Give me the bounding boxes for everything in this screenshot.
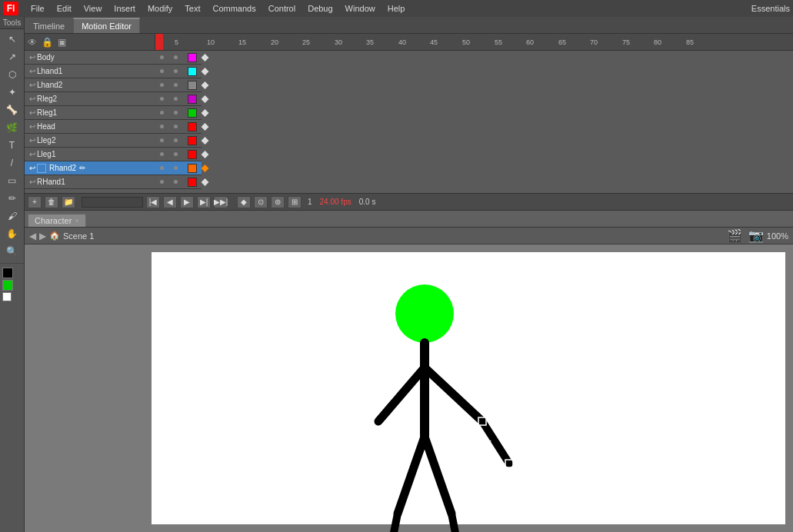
hand-tool[interactable]: ✋ bbox=[3, 226, 22, 241]
text-tool[interactable]: T bbox=[3, 138, 22, 153]
delete-layer-btn[interactable]: 🗑 bbox=[45, 196, 58, 208]
polystar-tool[interactable]: ✦ bbox=[3, 85, 22, 100]
add-layer-btn[interactable]: + bbox=[28, 196, 42, 208]
layer-head-frames[interactable] bbox=[202, 120, 793, 134]
layer-rleg1[interactable]: ↩ Rleg1 bbox=[25, 106, 793, 120]
home-icon[interactable]: 🏠 bbox=[49, 231, 60, 241]
layer-rleg2[interactable]: ↩ Rleg2 bbox=[25, 92, 793, 106]
layer-rleg2-frames[interactable] bbox=[202, 92, 793, 106]
layer-lleg1[interactable]: ↩ Lleg1 bbox=[25, 148, 793, 161]
layer-motion-tween-icon bbox=[37, 164, 46, 173]
menu-commands[interactable]: Commands bbox=[209, 2, 258, 15]
add-folder-btn[interactable]: 📁 bbox=[62, 196, 75, 208]
menu-view[interactable]: View bbox=[81, 2, 105, 15]
layer-body-frames[interactable] bbox=[202, 51, 793, 65]
layer-lhand2-frames[interactable] bbox=[202, 78, 793, 92]
fill-color[interactable] bbox=[2, 280, 13, 291]
layer-rleg1-frames[interactable] bbox=[202, 106, 793, 120]
edit-multiple-btn[interactable]: ⊞ bbox=[288, 196, 302, 208]
keyframe bbox=[202, 165, 209, 172]
scrub-bar[interactable] bbox=[82, 197, 143, 208]
layer-lhand2[interactable]: ↩ Lhand2 bbox=[25, 78, 793, 92]
right-panel: Timeline Motion Editor 👁 🔒 ▣ 5 10 bbox=[25, 17, 793, 532]
tools-panel: Tools ↖ ↗ ⬡ ✦ 🦴 🌿 T / ▭ ✏ 🖌 ✋ 🔍 ⊘ bbox=[0, 17, 25, 532]
last-frame-btn[interactable]: ▶▶| bbox=[214, 196, 228, 208]
tools-header: Tools bbox=[0, 17, 24, 29]
bone-tool[interactable]: 🦴 bbox=[3, 102, 22, 118]
first-frame-btn[interactable]: |◀ bbox=[146, 196, 160, 208]
layer-body[interactable]: ↩ Body bbox=[25, 51, 793, 65]
app-logo: Fl bbox=[3, 2, 18, 15]
stickfigure-svg: ✛ bbox=[367, 275, 598, 532]
play-btn[interactable]: ▶ bbox=[180, 196, 194, 208]
layer-color bbox=[188, 122, 197, 131]
layer-lleg1-frames[interactable] bbox=[202, 148, 793, 161]
playhead-marker[interactable] bbox=[155, 34, 163, 50]
menu-debug[interactable]: Debug bbox=[305, 2, 335, 15]
layer-type-icon: ↩ bbox=[29, 95, 35, 103]
canvas-tab-character[interactable]: Character × bbox=[28, 214, 86, 227]
scene-label[interactable]: Scene 1 bbox=[63, 231, 94, 241]
rect-tool[interactable]: ▭ bbox=[3, 173, 22, 188]
menu-edit[interactable]: Edit bbox=[54, 2, 75, 15]
onion-skin-btn[interactable]: ⊙ bbox=[254, 196, 268, 208]
pencil-icon: ✏ bbox=[79, 164, 85, 172]
layer-rhand2-frames[interactable] bbox=[202, 161, 793, 175]
outline-icon[interactable]: ▣ bbox=[58, 37, 66, 48]
line-tool[interactable]: / bbox=[3, 155, 22, 171]
zoom-tool[interactable]: 🔍 bbox=[3, 244, 22, 259]
layer-dot2 bbox=[174, 111, 178, 115]
select-tool[interactable]: ↖ bbox=[3, 32, 22, 47]
menu-control[interactable]: Control bbox=[265, 2, 298, 15]
camera-icon[interactable]: 📷 bbox=[748, 228, 764, 243]
layer-dot2 bbox=[174, 83, 178, 87]
canvas-tab-close[interactable]: × bbox=[75, 217, 78, 224]
menu-window[interactable]: Window bbox=[342, 2, 378, 15]
subselect-tool[interactable]: ↗ bbox=[3, 49, 22, 65]
layer-head[interactable]: ↩ Head bbox=[25, 120, 793, 134]
layer-lleg2-label: Lleg2 bbox=[37, 136, 55, 145]
tab-timeline[interactable]: Timeline bbox=[25, 18, 73, 33]
prev-frame-btn[interactable]: ◀ bbox=[163, 196, 177, 208]
stroke-color[interactable] bbox=[2, 268, 13, 278]
add-keyframe-btn[interactable]: ◆ bbox=[237, 196, 251, 208]
lasso-tool[interactable]: ⬡ bbox=[3, 67, 22, 82]
menu-insert[interactable]: Insert bbox=[111, 2, 138, 15]
pencil-tool[interactable]: ✏ bbox=[3, 191, 22, 206]
layer-header-controls: 👁 🔒 ▣ bbox=[25, 34, 155, 50]
layer-lleg2-frames[interactable] bbox=[202, 134, 793, 148]
menu-modify[interactable]: Modify bbox=[145, 2, 175, 15]
onion-skin-outlines-btn[interactable]: ⊚ bbox=[271, 196, 285, 208]
menu-bar: Fl File Edit View Insert Modify Text Com… bbox=[0, 0, 793, 17]
layer-rhand1[interactable]: ↩ RHand1 bbox=[25, 175, 793, 189]
stage-canvas[interactable]: ✛ bbox=[152, 252, 785, 524]
zoom-label[interactable]: 100% bbox=[767, 231, 788, 241]
eye-icon[interactable]: 👁 bbox=[28, 37, 37, 48]
layer-dot bbox=[160, 125, 164, 128]
breadcrumb-back[interactable]: ◀ bbox=[29, 231, 36, 241]
layer-lleg2[interactable]: ↩ Lleg2 bbox=[25, 134, 793, 148]
layer-lhand1[interactable]: ↩ Lhand1 bbox=[25, 65, 793, 78]
layer-type-icon: ↩ bbox=[29, 136, 35, 145]
layer-lhand1-frames[interactable] bbox=[202, 65, 793, 78]
ruler-35: 35 bbox=[366, 38, 374, 46]
layer-dot2 bbox=[174, 180, 178, 184]
tab-motion-editor[interactable]: Motion Editor bbox=[73, 18, 140, 33]
menu-help[interactable]: Help bbox=[385, 2, 408, 15]
layer-dot2 bbox=[174, 55, 178, 59]
menu-text[interactable]: Text bbox=[182, 2, 203, 15]
layer-rhand1-frames[interactable] bbox=[202, 175, 793, 189]
layer-rhand2-label: Rhand2 bbox=[49, 164, 76, 172]
menu-file[interactable]: File bbox=[28, 2, 48, 15]
deco-tool[interactable]: 🌿 bbox=[3, 120, 22, 135]
canvas-stage[interactable]: ✛ bbox=[25, 244, 793, 532]
no-color[interactable]: ⊘ bbox=[2, 292, 12, 301]
layer-rhand2[interactable]: ↩ Rhand2 ✏ bbox=[25, 161, 793, 175]
edit-symbol-icon[interactable]: 🎬 bbox=[727, 228, 742, 243]
layer-type-icon: ↩ bbox=[29, 150, 35, 158]
ruler-5: 5 bbox=[175, 38, 178, 46]
next-frame-btn[interactable]: ▶| bbox=[197, 196, 211, 208]
brush-tool[interactable]: 🖌 bbox=[3, 208, 22, 224]
lock-icon[interactable]: 🔒 bbox=[42, 37, 53, 48]
breadcrumb-forward[interactable]: ▶ bbox=[39, 231, 46, 241]
